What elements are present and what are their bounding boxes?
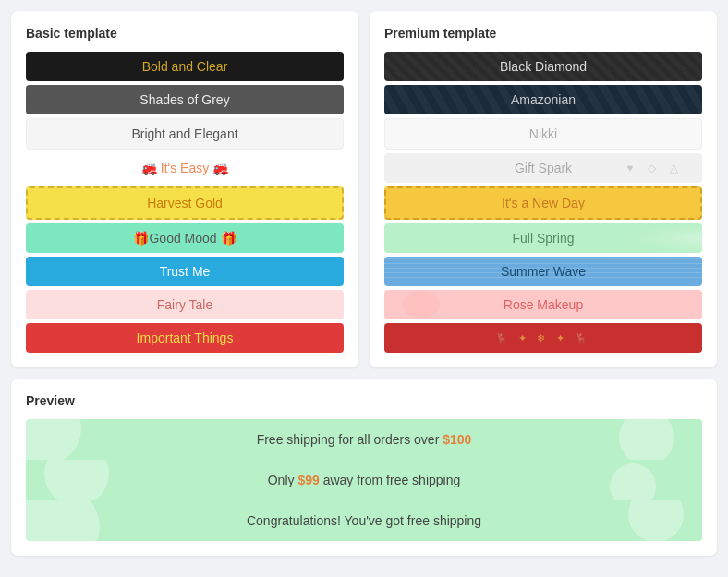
premium-item-fullspring[interactable]: Full Spring (384, 223, 702, 253)
basic-item-harvest[interactable]: Harvest Gold (26, 186, 344, 220)
premium-item-classicxmas[interactable]: Classic Xmas (384, 323, 702, 353)
premium-template-title: Premium template (384, 26, 702, 41)
basic-template-title: Basic template (26, 26, 344, 41)
premium-item-amazonian[interactable]: Amazonian (384, 85, 702, 114)
preview-banners: Free shipping for all orders over $100On… (26, 419, 702, 541)
basic-template-card: Basic template Bold and ClearShades of G… (11, 11, 358, 367)
basic-template-list: Bold and ClearShades of GreyBright and E… (26, 52, 344, 353)
premium-item-nikki[interactable]: Nikki (384, 118, 702, 150)
preview-card: Preview Free shipping for all orders ove… (11, 379, 717, 556)
preview-banner-free-shipping: Free shipping for all orders over $100 (26, 419, 702, 460)
basic-item-fairy[interactable]: Fairy Tale (26, 290, 344, 319)
premium-item-summerwave[interactable]: Summer Wave (384, 257, 702, 286)
top-section: Basic template Bold and ClearShades of G… (11, 11, 717, 367)
premium-item-rosemakeup[interactable]: Rose Makeup (384, 290, 702, 319)
preview-title: Preview (26, 393, 702, 408)
basic-item-goodmood[interactable]: 🎁Good Mood 🎁 (26, 223, 344, 253)
basic-item-important[interactable]: Important Things (26, 323, 344, 353)
premium-template-card: Premium template Black DiamondAmazonianN… (370, 11, 717, 367)
premium-item-newday[interactable]: It's a New Day (384, 186, 702, 220)
basic-item-bold[interactable]: Bold and Clear (26, 52, 344, 81)
preview-banner-almost-there: Only $99 away from free shipping (26, 460, 702, 500)
premium-item-giftspark[interactable]: Gift Spark (384, 153, 702, 183)
basic-item-trust[interactable]: Trust Me (26, 257, 344, 286)
premium-template-list: Black DiamondAmazonianNikkiGift SparkIt'… (384, 52, 702, 353)
basic-item-bright[interactable]: Bright and Elegant (26, 118, 344, 150)
basic-item-grey[interactable]: Shades of Grey (26, 85, 344, 114)
premium-item-blackdiamond[interactable]: Black Diamond (384, 52, 702, 81)
basic-item-easy[interactable]: 🚒 It's Easy 🚒 (26, 153, 344, 183)
preview-banner-congrats: Congratulations! You've got free shippin… (26, 500, 702, 541)
